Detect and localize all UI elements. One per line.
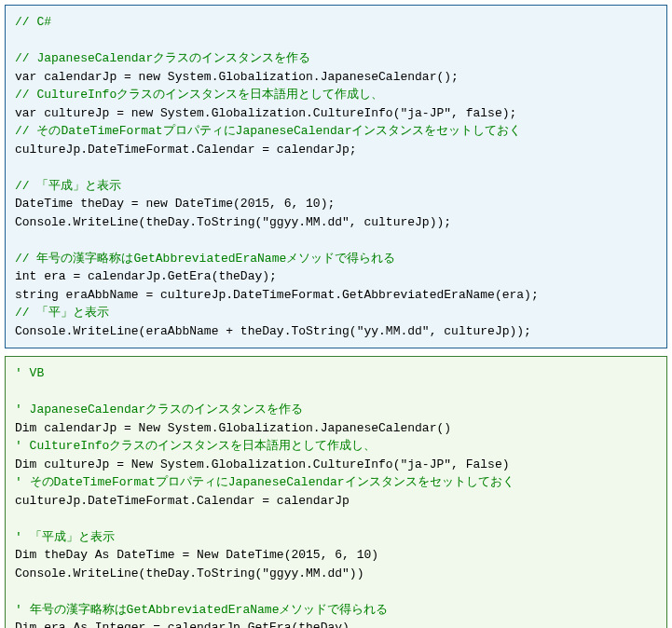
csharp-line: int era = calendarJp.GetEra(theDay); bbox=[15, 267, 657, 286]
vb-line: ' CultureInfoクラスのインスタンスを日本語用として作成し、 bbox=[15, 437, 657, 456]
csharp-line: // CultureInfoクラスのインスタンスを日本語用として作成し、 bbox=[15, 86, 657, 104]
vb-line: Dim calendarJp = New System.Globalizatio… bbox=[15, 419, 657, 438]
csharp-code-block: // C# // JapaneseCalendarクラスのインスタンスを作るva… bbox=[5, 5, 667, 348]
vb-code-block: ' VB ' JapaneseCalendarクラスのインスタンスを作るDim … bbox=[5, 356, 667, 628]
csharp-line: Console.WriteLine(theDay.ToString("ggyy.… bbox=[15, 213, 657, 232]
vb-line bbox=[15, 383, 657, 402]
vb-line: Console.WriteLine(theDay.ToString("ggyy.… bbox=[15, 565, 657, 583]
csharp-line: var calendarJp = new System.Globalizatio… bbox=[15, 68, 657, 87]
vb-line bbox=[15, 582, 657, 601]
vb-line: Dim era As Integer = calendarJp.GetEra(t… bbox=[15, 619, 657, 628]
csharp-line: string eraAbbName = cultureJp.DateTimeFo… bbox=[15, 286, 657, 305]
csharp-line: cultureJp.DateTimeFormat.Calendar = cale… bbox=[15, 141, 657, 159]
vb-line: cultureJp.DateTimeFormat.Calendar = cale… bbox=[15, 492, 657, 511]
vb-line: Dim cultureJp = New System.Globalization… bbox=[15, 456, 657, 474]
csharp-line: Console.WriteLine(eraAbbName + theDay.To… bbox=[15, 322, 657, 341]
vb-line: ' VB bbox=[15, 364, 657, 383]
csharp-line bbox=[15, 32, 657, 50]
csharp-line: var cultureJp = new System.Globalization… bbox=[15, 104, 657, 123]
csharp-line: // 「平」と表示 bbox=[15, 304, 657, 322]
csharp-line: // C# bbox=[15, 13, 657, 32]
vb-line: ' JapaneseCalendarクラスのインスタンスを作る bbox=[15, 401, 657, 419]
csharp-line: // 「平成」と表示 bbox=[15, 177, 657, 196]
vb-line: ' 年号の漢字略称はGetAbbreviatedEraNameメソッドで得られる bbox=[15, 601, 657, 620]
csharp-line: // JapaneseCalendarクラスのインスタンスを作る bbox=[15, 49, 657, 68]
csharp-line: DateTime theDay = new DateTime(2015, 6, … bbox=[15, 195, 657, 213]
vb-line: ' 「平成」と表示 bbox=[15, 528, 657, 547]
csharp-line: // そのDateTimeFormatプロパティにJapaneseCalenda… bbox=[15, 122, 657, 141]
csharp-line bbox=[15, 231, 657, 250]
csharp-line bbox=[15, 158, 657, 177]
csharp-line: // 年号の漢字略称はGetAbbreviatedEraNameメソッドで得られ… bbox=[15, 250, 657, 268]
vb-line: ' そのDateTimeFormatプロパティにJapaneseCalendar… bbox=[15, 473, 657, 492]
vb-line: Dim theDay As DateTime = New DateTime(20… bbox=[15, 546, 657, 565]
vb-line bbox=[15, 510, 657, 528]
